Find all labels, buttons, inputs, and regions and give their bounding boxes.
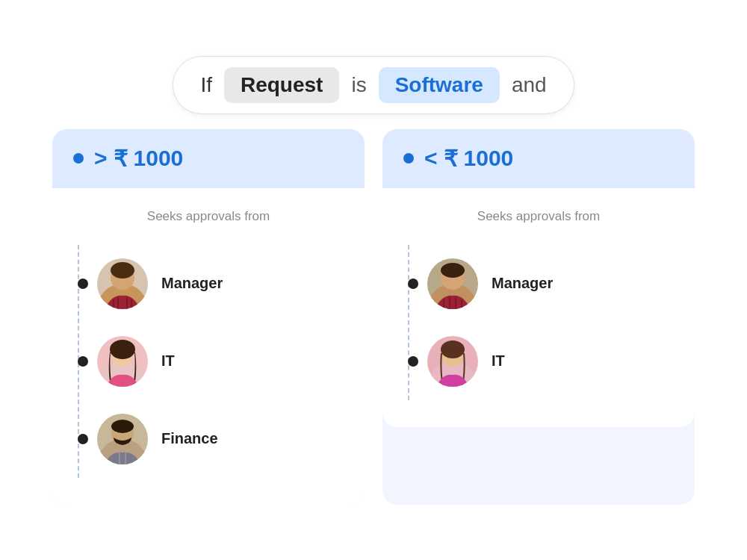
svg-point-11	[441, 263, 465, 278]
cards-row: > ₹ 1000 Seeks approvals from	[52, 129, 695, 505]
approval-card-greater: > ₹ 1000 Seeks approvals from	[52, 129, 365, 505]
card-header-greater: > ₹ 1000	[52, 129, 365, 188]
condition-bar: If Request is Software and	[173, 56, 574, 114]
avatar-it-lesser	[427, 336, 478, 387]
approver-item-it-greater: IT	[97, 323, 344, 400]
card-body-greater: Seeks approvals from	[52, 188, 365, 505]
approver-item-manager-greater: Manager	[97, 245, 344, 323]
seeks-label-lesser: Seeks approvals from	[403, 209, 674, 224]
svg-point-14	[441, 340, 465, 358]
seeks-label-greater: Seeks approvals from	[73, 209, 344, 224]
condition-is-label: is	[351, 73, 366, 97]
approval-card-lesser: < ₹ 1000 Seeks approvals from	[382, 129, 695, 505]
card-body-lesser: Seeks approvals from	[382, 188, 695, 427]
amount-greater: 1000	[134, 146, 184, 171]
svg-point-8	[111, 420, 134, 433]
condition-amount-lesser: < ₹ 1000	[424, 146, 513, 172]
approver-name-finance-greater: Finance	[161, 430, 218, 447]
approvers-list-lesser: Manager	[403, 245, 674, 400]
svg-point-5	[110, 340, 135, 359]
operator-lesser: <	[424, 146, 438, 171]
avatar-manager-lesser	[427, 258, 478, 309]
approver-item-manager-lesser: Manager	[427, 245, 674, 323]
operator-greater: >	[94, 146, 108, 171]
approvers-list-greater: Manager	[73, 245, 344, 478]
condition-request-badge[interactable]: Request	[224, 67, 339, 103]
currency-lesser: ₹	[444, 146, 458, 172]
svg-point-2	[111, 262, 134, 279]
approver-item-it-lesser: IT	[427, 323, 674, 400]
condition-amount-greater: > ₹ 1000	[94, 146, 183, 172]
bullet-dot-lesser	[403, 153, 414, 164]
avatar-finance-greater	[97, 414, 148, 464]
currency-greater: ₹	[114, 146, 128, 172]
approver-name-it-greater: IT	[161, 352, 175, 370]
avatar-manager-greater	[97, 258, 148, 309]
card-header-lesser: < ₹ 1000	[382, 129, 695, 188]
condition-and-label: and	[512, 73, 547, 97]
amount-lesser: 1000	[464, 146, 514, 171]
condition-software-badge[interactable]: Software	[379, 67, 500, 103]
avatar-it-greater	[97, 336, 148, 387]
approver-name-it-lesser: IT	[492, 352, 505, 370]
approver-name-manager-lesser: Manager	[492, 275, 553, 292]
main-container: If Request is Software and > ₹ 1000 Seek…	[52, 56, 695, 505]
condition-if-label: If	[200, 73, 212, 97]
bullet-dot-greater	[73, 153, 84, 164]
approver-item-finance-greater: Finance	[97, 400, 344, 478]
approver-name-manager-greater: Manager	[161, 275, 223, 292]
